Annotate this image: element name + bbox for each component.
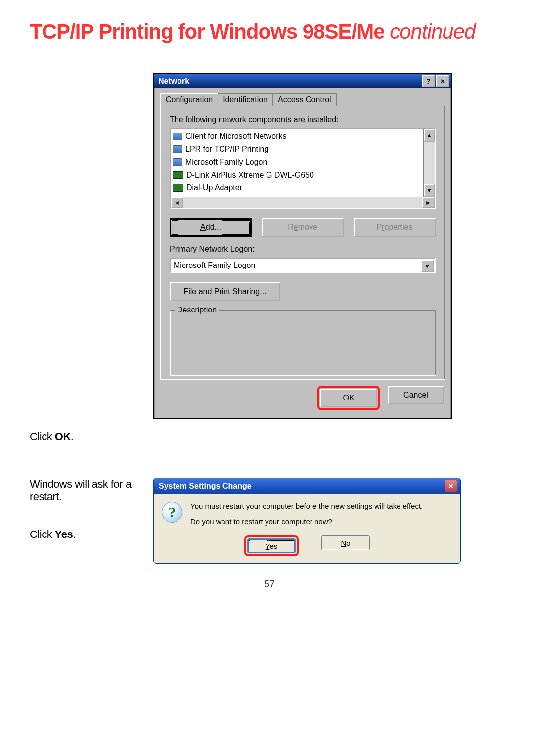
list-item[interactable]: Microsoft Family Logon bbox=[173, 156, 421, 169]
scroll-right-button[interactable]: ► bbox=[422, 197, 435, 208]
dropdown-arrow-icon[interactable]: ▼ bbox=[421, 260, 434, 272]
client-icon bbox=[173, 145, 182, 153]
horizontal-scrollbar[interactable]: ◄ ► bbox=[171, 197, 435, 208]
list-item[interactable]: LPR for TCP/IP Printing bbox=[173, 143, 421, 156]
list-item[interactable]: Client for Microsoft Networks bbox=[173, 130, 421, 143]
title-main: TCP/IP Printing for Windows 98SE/Me bbox=[30, 20, 390, 43]
remove-button[interactable]: Remove bbox=[262, 218, 344, 237]
list-item[interactable]: Dial-Up Adapter bbox=[173, 181, 421, 194]
instruction-click-yes: Click Yes. bbox=[30, 528, 143, 541]
scroll-up-button[interactable]: ▲ bbox=[424, 129, 435, 142]
tab-body: The following network components are ins… bbox=[160, 106, 445, 380]
installed-components-label: The following network components are ins… bbox=[170, 115, 436, 124]
page-title: TCP/IP Printing for Windows 98SE/Me cont… bbox=[30, 20, 509, 44]
cancel-button[interactable]: Cancel bbox=[388, 386, 444, 404]
primary-logon-label: Primary Network Logon: bbox=[170, 245, 436, 254]
description-label: Description bbox=[175, 306, 219, 314]
scroll-left-button[interactable]: ◄ bbox=[171, 197, 183, 208]
file-print-sharing-button[interactable]: File and Print Sharing... bbox=[170, 282, 280, 301]
network-dialog: Network ? × Configuration Identification… bbox=[153, 73, 452, 419]
vertical-scrollbar[interactable]: ▲ ▼ bbox=[423, 129, 435, 197]
dropdown-value: Microsoft Family Logon bbox=[174, 261, 255, 270]
no-button[interactable]: No bbox=[321, 535, 370, 550]
add-button[interactable]: Add... bbox=[170, 218, 252, 237]
components-listbox[interactable]: Client for Microsoft Networks LPR for TC… bbox=[170, 128, 436, 209]
close-button[interactable]: × bbox=[445, 480, 457, 492]
system-settings-dialog: System Settings Change × ? You must rest… bbox=[153, 478, 461, 564]
primary-logon-dropdown[interactable]: Microsoft Family Logon ▼ bbox=[170, 258, 436, 273]
help-button[interactable]: ? bbox=[422, 75, 435, 87]
tab-identification[interactable]: Identification bbox=[218, 93, 273, 106]
adapter-icon bbox=[173, 184, 183, 192]
close-button[interactable]: × bbox=[436, 75, 449, 87]
description-group: Description bbox=[170, 310, 436, 375]
system-settings-titlebar: System Settings Change × bbox=[154, 478, 460, 494]
tab-access-control[interactable]: Access Control bbox=[272, 93, 337, 106]
ok-highlight: OK bbox=[317, 386, 380, 410]
network-titlebar: Network ? × bbox=[154, 74, 451, 88]
system-settings-title: System Settings Change bbox=[159, 482, 445, 490]
adapter-icon bbox=[173, 171, 183, 179]
page-number: 57 bbox=[30, 578, 509, 590]
list-item[interactable]: D-Link AirPlus Xtreme G DWL-G650 bbox=[173, 169, 421, 181]
yes-highlight: Yes bbox=[244, 535, 299, 556]
system-settings-text: You must restart your computer before th… bbox=[190, 502, 423, 533]
yes-button[interactable]: Yes bbox=[247, 538, 296, 553]
network-title-text: Network bbox=[158, 77, 420, 86]
client-icon bbox=[173, 133, 182, 140]
instruction-restart: Windows will ask for a restart. bbox=[30, 478, 143, 503]
ok-button[interactable]: OK bbox=[320, 389, 377, 407]
scroll-down-button[interactable]: ▼ bbox=[424, 184, 435, 197]
client-icon bbox=[173, 158, 182, 166]
network-tabs: Configuration Identification Access Cont… bbox=[154, 88, 451, 106]
properties-button[interactable]: Properties bbox=[354, 218, 436, 237]
title-continued: continued bbox=[390, 20, 475, 43]
question-icon: ? bbox=[162, 502, 182, 523]
instruction-click-ok: Click OK. bbox=[30, 430, 143, 443]
tab-configuration[interactable]: Configuration bbox=[160, 93, 218, 106]
